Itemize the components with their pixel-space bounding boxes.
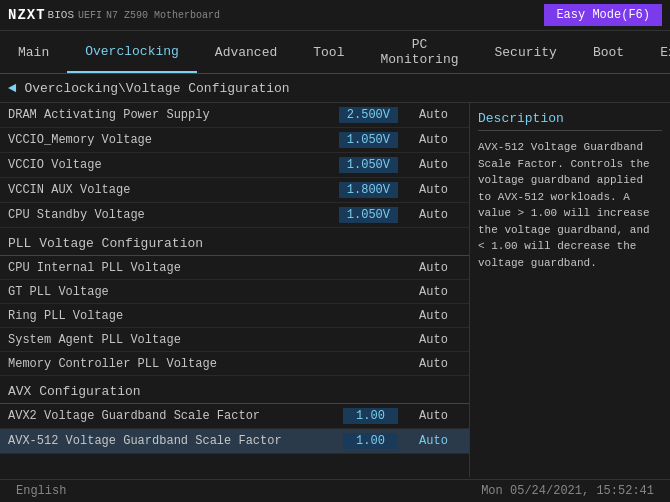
setting-value: 1.00 <box>343 433 398 449</box>
description-panel: Description AVX-512 Voltage Guardband Sc… <box>470 103 670 477</box>
setting-row[interactable]: VCCIO Voltage1.050VAuto <box>0 153 469 178</box>
setting-mode[interactable]: Auto <box>406 108 461 122</box>
setting-name: CPU Internal PLL Voltage <box>8 261 406 275</box>
setting-mode[interactable]: Auto <box>406 333 461 347</box>
setting-name: VCCIO_Memory Voltage <box>8 133 339 147</box>
section-header-avx-config: AVX Configuration <box>0 376 469 404</box>
easy-mode-button[interactable]: Easy Mode(F6) <box>544 4 662 26</box>
setting-row[interactable]: AVX-512 Voltage Guardband Scale Factor1.… <box>0 429 469 454</box>
nav-tab-boot[interactable]: Boot <box>575 31 642 73</box>
datetime-label: Mon 05/24/2021, 15:52:41 <box>481 484 654 498</box>
nav-tab-exit[interactable]: Exit <box>642 31 670 73</box>
logo-area: NZXT BIOS UEFI N7 Z590 Motherboard <box>8 7 220 23</box>
setting-mode[interactable]: Auto <box>406 133 461 147</box>
setting-row[interactable]: System Agent PLL VoltageAuto <box>0 328 469 352</box>
setting-name: DRAM Activating Power Supply <box>8 108 339 122</box>
settings-panel[interactable]: DRAM Activating Power Supply2.500VAutoVC… <box>0 103 470 477</box>
setting-name: Memory Controller PLL Voltage <box>8 357 406 371</box>
setting-row[interactable]: VCCIN AUX Voltage1.800VAuto <box>0 178 469 203</box>
setting-mode[interactable]: Auto <box>406 183 461 197</box>
setting-value: 1.050V <box>339 132 398 148</box>
setting-value: 1.050V <box>339 207 398 223</box>
setting-value: 1.800V <box>339 182 398 198</box>
setting-mode[interactable]: Auto <box>406 409 461 423</box>
setting-name: VCCIO Voltage <box>8 158 339 172</box>
logo-mobo: N7 Z590 Motherboard <box>106 10 220 21</box>
setting-row[interactable]: Memory Controller PLL VoltageAuto <box>0 352 469 376</box>
setting-name: GT PLL Voltage <box>8 285 406 299</box>
setting-value: 1.050V <box>339 157 398 173</box>
setting-row[interactable]: DRAM Activating Power Supply2.500VAuto <box>0 103 469 128</box>
nav-tab-security[interactable]: Security <box>477 31 575 73</box>
setting-value: 2.500V <box>339 107 398 123</box>
description-title: Description <box>478 111 662 131</box>
nav-tabs: MainOverclockingAdvancedToolPC Monitorin… <box>0 31 670 74</box>
setting-row[interactable]: AVX2 Voltage Guardband Scale Factor1.00A… <box>0 404 469 429</box>
setting-name: VCCIN AUX Voltage <box>8 183 339 197</box>
nav-tab-pc-monitoring[interactable]: PC Monitoring <box>362 31 476 73</box>
setting-name: Ring PLL Voltage <box>8 309 406 323</box>
description-text: AVX-512 Voltage Guardband Scale Factor. … <box>478 139 662 271</box>
nav-tab-overclocking[interactable]: Overclocking <box>67 31 197 73</box>
nav-tab-advanced[interactable]: Advanced <box>197 31 295 73</box>
breadcrumb-arrow: ◄ <box>8 80 16 96</box>
nav-tab-main[interactable]: Main <box>0 31 67 73</box>
setting-value: 1.00 <box>343 408 398 424</box>
section-header-pll-config: PLL Voltage Configuration <box>0 228 469 256</box>
setting-mode[interactable]: Auto <box>406 261 461 275</box>
setting-mode[interactable]: Auto <box>406 309 461 323</box>
setting-mode[interactable]: Auto <box>406 158 461 172</box>
setting-name: AVX-512 Voltage Guardband Scale Factor <box>8 434 343 448</box>
header: NZXT BIOS UEFI N7 Z590 Motherboard Easy … <box>0 0 670 31</box>
setting-mode[interactable]: Auto <box>406 357 461 371</box>
setting-name: CPU Standby Voltage <box>8 208 339 222</box>
logo-nzxt: NZXT <box>8 7 46 23</box>
setting-mode[interactable]: Auto <box>406 208 461 222</box>
language-label: English <box>16 484 66 498</box>
setting-name: System Agent PLL Voltage <box>8 333 406 347</box>
status-bar: English Mon 05/24/2021, 15:52:41 <box>0 479 670 502</box>
logo-uefi: UEFI <box>78 10 102 21</box>
setting-row[interactable]: VCCIO_Memory Voltage1.050VAuto <box>0 128 469 153</box>
logo-bios: BIOS <box>48 9 74 21</box>
setting-row[interactable]: GT PLL VoltageAuto <box>0 280 469 304</box>
breadcrumb-text: Overclocking\Voltage Configuration <box>24 81 289 96</box>
setting-mode[interactable]: Auto <box>406 434 461 448</box>
setting-row[interactable]: Ring PLL VoltageAuto <box>0 304 469 328</box>
setting-name: AVX2 Voltage Guardband Scale Factor <box>8 409 343 423</box>
nav-tab-tool[interactable]: Tool <box>295 31 362 73</box>
setting-row[interactable]: CPU Internal PLL VoltageAuto <box>0 256 469 280</box>
setting-row[interactable]: CPU Standby Voltage1.050VAuto <box>0 203 469 228</box>
breadcrumb: ◄ Overclocking\Voltage Configuration <box>0 74 670 103</box>
setting-mode[interactable]: Auto <box>406 285 461 299</box>
main-content: DRAM Activating Power Supply2.500VAutoVC… <box>0 103 670 477</box>
